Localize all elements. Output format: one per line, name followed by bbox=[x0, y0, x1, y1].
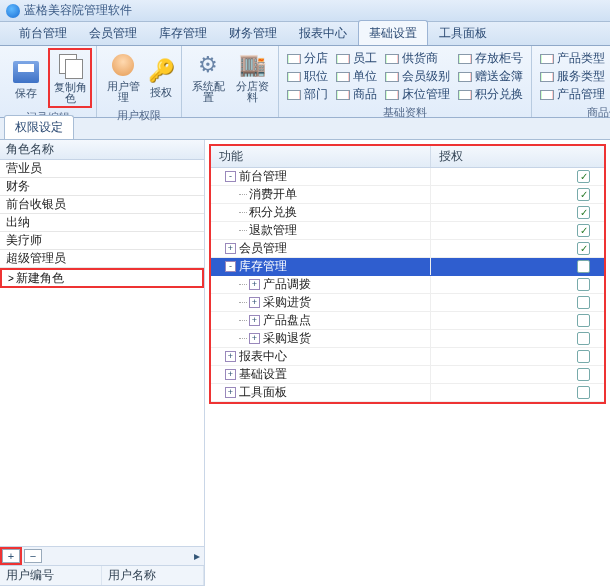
tree-label: 产品盘点 bbox=[263, 312, 311, 329]
perm-checkbox[interactable] bbox=[577, 278, 590, 291]
ribbon-item-label: 分店 bbox=[304, 50, 328, 67]
role-item[interactable]: 出纳 bbox=[0, 214, 204, 232]
expand-icon[interactable]: + bbox=[225, 387, 236, 398]
tree-label: 退款管理 bbox=[249, 222, 297, 239]
ribbon-item[interactable]: 存放柜号 bbox=[454, 50, 527, 67]
perm-box: 功能 授权 -前台管理消费开单积分兑换退款管理+会员管理-库存管理+产品调拨+采… bbox=[209, 144, 606, 404]
auth-label: 授权 bbox=[150, 87, 172, 98]
expand-icon[interactable]: + bbox=[225, 369, 236, 380]
tab-stock[interactable]: 库存管理 bbox=[148, 20, 218, 45]
perm-checkbox[interactable] bbox=[577, 206, 590, 219]
tree-row[interactable]: +采购进货 bbox=[211, 294, 604, 312]
role-item[interactable]: 美疗师 bbox=[0, 232, 204, 250]
title-bar: 蓝格美容院管理软件 bbox=[0, 0, 610, 22]
save-icon bbox=[12, 58, 40, 86]
tab-front[interactable]: 前台管理 bbox=[8, 20, 78, 45]
role-item[interactable]: 财务 bbox=[0, 178, 204, 196]
perm-checkbox[interactable] bbox=[577, 314, 590, 327]
app-title: 蓝格美容院管理软件 bbox=[24, 2, 132, 19]
ribbon-item[interactable]: 部门 bbox=[283, 86, 332, 103]
tree-label: 产品调拨 bbox=[263, 276, 311, 293]
perm-checkbox[interactable] bbox=[577, 386, 590, 399]
doc-icon bbox=[458, 88, 472, 102]
perm-checkbox[interactable] bbox=[577, 350, 590, 363]
ribbon-item[interactable]: 产品管理 bbox=[536, 86, 609, 103]
perm-checkbox[interactable] bbox=[577, 296, 590, 309]
doc-icon bbox=[540, 52, 554, 66]
tree-row[interactable]: +产品盘点 bbox=[211, 312, 604, 330]
perm-checkbox[interactable] bbox=[577, 224, 590, 237]
ribbon-item[interactable]: 分店 bbox=[283, 50, 332, 67]
ribbon-item[interactable]: 床位管理 bbox=[381, 86, 454, 103]
role-item[interactable]: 超级管理员 bbox=[0, 250, 204, 268]
tab-tools[interactable]: 工具面板 bbox=[428, 20, 498, 45]
expand-icon[interactable]: + bbox=[249, 297, 260, 308]
role-item[interactable]: 营业员 bbox=[0, 160, 204, 178]
tree-row[interactable]: +工具面板 bbox=[211, 384, 604, 402]
user-no-col: 用户编号 bbox=[0, 566, 102, 585]
ribbon-item[interactable]: 赠送金簿 bbox=[454, 68, 527, 85]
tree-label: 采购进货 bbox=[263, 294, 311, 311]
tree-row[interactable]: +基础设置 bbox=[211, 366, 604, 384]
doc-icon bbox=[287, 70, 301, 84]
tab-basic[interactable]: 基础设置 bbox=[358, 20, 428, 45]
expand-icon[interactable]: + bbox=[249, 315, 260, 326]
tree-row[interactable]: +采购退货 bbox=[211, 330, 604, 348]
tree-row[interactable]: +会员管理 bbox=[211, 240, 604, 258]
tree-row[interactable]: +产品调拨 bbox=[211, 276, 604, 294]
tree-row[interactable]: -库存管理 bbox=[211, 258, 604, 276]
perm-checkbox[interactable] bbox=[577, 188, 590, 201]
subtab-perm[interactable]: 权限设定 bbox=[4, 115, 74, 139]
tree-row[interactable]: +报表中心 bbox=[211, 348, 604, 366]
branch-button[interactable]: 🏬 分店资料 bbox=[230, 48, 274, 106]
perm-checkbox[interactable] bbox=[577, 242, 590, 255]
auth-button[interactable]: 🔑 授权 bbox=[145, 48, 177, 106]
sysconfig-button[interactable]: ⚙ 系统配置 bbox=[186, 48, 230, 106]
right-panel: 功能 授权 -前台管理消费开单积分兑换退款管理+会员管理-库存管理+产品调拨+采… bbox=[205, 140, 610, 586]
role-item[interactable]: 前台收银员 bbox=[0, 196, 204, 214]
doc-icon bbox=[458, 52, 472, 66]
ribbon-item-label: 员工 bbox=[353, 50, 377, 67]
ribbon-item[interactable]: 员工 bbox=[332, 50, 381, 67]
add-role-button[interactable]: + bbox=[2, 549, 20, 563]
expand-icon[interactable]: + bbox=[225, 351, 236, 362]
tree-row[interactable]: -前台管理 bbox=[211, 168, 604, 186]
expand-icon[interactable]: + bbox=[249, 279, 260, 290]
expand-icon[interactable]: - bbox=[225, 171, 236, 182]
remove-role-button[interactable]: − bbox=[24, 549, 42, 563]
expand-icon[interactable]: + bbox=[225, 243, 236, 254]
tab-member[interactable]: 会员管理 bbox=[78, 20, 148, 45]
save-button[interactable]: 保存 bbox=[4, 48, 48, 108]
ribbon-item[interactable]: 单位 bbox=[332, 68, 381, 85]
tab-report[interactable]: 报表中心 bbox=[288, 20, 358, 45]
ribbon-item-label: 服务类型 bbox=[557, 68, 605, 85]
expand-icon[interactable]: - bbox=[225, 261, 236, 272]
tree-row[interactable]: 积分兑换 bbox=[211, 204, 604, 222]
scroll-right-icon[interactable]: ▸ bbox=[190, 549, 204, 563]
tab-finance[interactable]: 财务管理 bbox=[218, 20, 288, 45]
key-icon: 🔑 bbox=[147, 57, 175, 85]
perm-checkbox[interactable] bbox=[577, 170, 590, 183]
ribbon-item[interactable]: 职位 bbox=[283, 68, 332, 85]
perm-checkbox[interactable] bbox=[577, 368, 590, 381]
col-func: 功能 bbox=[211, 146, 431, 167]
filler bbox=[0, 288, 204, 546]
tree-row[interactable]: 消费开单 bbox=[211, 186, 604, 204]
tree-label: 报表中心 bbox=[239, 348, 287, 365]
ribbon-item[interactable]: 商品 bbox=[332, 86, 381, 103]
ribbon-item[interactable]: 服务类型 bbox=[536, 68, 609, 85]
tree-row[interactable]: 退款管理 bbox=[211, 222, 604, 240]
user-mgmt-button[interactable]: 用户管理 bbox=[101, 48, 145, 106]
ribbon-item-label: 产品类型 bbox=[557, 50, 605, 67]
copy-role-button[interactable]: 复制角色 bbox=[48, 48, 92, 108]
save-label: 保存 bbox=[15, 88, 37, 99]
ribbon-item[interactable]: 会员级别 bbox=[381, 68, 454, 85]
perm-checkbox[interactable] bbox=[577, 260, 590, 273]
perm-checkbox[interactable] bbox=[577, 332, 590, 345]
expand-icon[interactable]: + bbox=[249, 333, 260, 344]
role-item-new[interactable]: 新建角色 bbox=[0, 268, 204, 288]
ribbon-item[interactable]: 供货商 bbox=[381, 50, 454, 67]
ribbon-item[interactable]: 产品类型 bbox=[536, 50, 609, 67]
ribbon-item[interactable]: 积分兑换 bbox=[454, 86, 527, 103]
user-name-col: 用户名称 bbox=[102, 566, 204, 585]
